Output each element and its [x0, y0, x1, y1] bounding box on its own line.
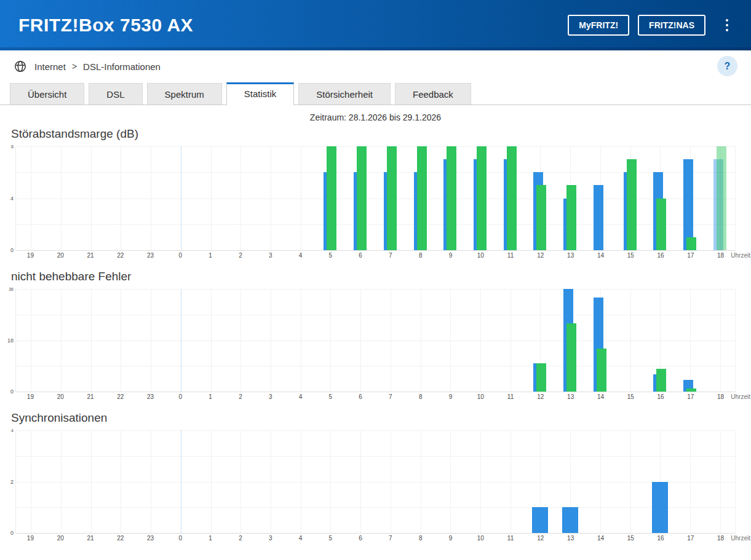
v-gridline [301, 146, 301, 250]
x-tick-label: 5 [329, 393, 333, 400]
chart-title: Störabstandsmarge (dB) [11, 127, 736, 141]
app-title: FRITZ!Box 7530 AX [18, 15, 568, 36]
tab-statistik[interactable]: Statistik [226, 82, 295, 105]
x-tick-label: 14 [597, 535, 604, 542]
x-tick-label: 22 [117, 252, 124, 259]
x-tick-label: 9 [449, 393, 453, 400]
v-gridline [450, 430, 451, 533]
tab-übersicht[interactable]: Übersicht [10, 83, 84, 105]
x-tick-label: 1 [209, 535, 212, 542]
x-axis: 19202122230123456789101112131415161718Uh… [15, 251, 736, 260]
x-tick-label: 0 [179, 252, 183, 259]
bar-green-hour-17 [686, 388, 696, 392]
breadcrumb: Internet > DSL-Informationen ? [0, 50, 751, 82]
help-button[interactable]: ? [717, 56, 737, 76]
x-tick-label: 12 [537, 535, 544, 542]
bar-green-hour-16 [656, 369, 666, 392]
tab-feedback[interactable]: Feedback [395, 83, 471, 105]
v-gridline [151, 430, 151, 533]
x-tick-label: 0 [179, 535, 183, 542]
tab-dsl[interactable]: DSL [89, 83, 142, 105]
breadcrumb-separator-icon: > [72, 61, 77, 71]
x-tick-label: 15 [627, 535, 634, 542]
y-tick-label: 2 [10, 479, 14, 484]
v-gridline [360, 289, 361, 392]
y-tick-label: 0 [10, 530, 14, 536]
kebab-menu-icon[interactable] [719, 16, 735, 34]
x-axis-caption: Uhrzeit [731, 252, 750, 259]
v-gridline [391, 430, 391, 533]
bar-green-hour-15 [627, 159, 637, 250]
y-tick-label: 4 [11, 428, 14, 433]
x-axis: 19202122230123456789101112131415161718Uh… [15, 534, 736, 543]
x-tick-label: 10 [477, 393, 484, 400]
midnight-gridline [181, 430, 181, 533]
x-tick-label: 2 [239, 535, 242, 542]
x-tick-label: 23 [147, 252, 154, 259]
globe-icon [14, 60, 27, 73]
bar-green-hour-8 [417, 146, 427, 250]
v-gridline [720, 430, 721, 533]
myfritz-button[interactable]: MyFRITZ! [568, 15, 629, 36]
x-tick-label: 11 [507, 535, 514, 542]
x-tick-label: 5 [329, 535, 333, 542]
v-gridline [61, 146, 62, 250]
x-tick-label: 20 [57, 393, 64, 400]
breadcrumb-item-internet[interactable]: Internet [34, 61, 66, 72]
bar-green-hour-10 [477, 146, 487, 250]
x-tick-label: 8 [419, 535, 423, 542]
x-tick-label: 8 [419, 252, 423, 259]
x-tick-label: 13 [567, 535, 574, 542]
x-tick-label: 22 [117, 535, 124, 542]
v-gridline [240, 146, 241, 250]
x-tick-label: 8 [419, 393, 423, 400]
chart-title: Synchronisationen [11, 411, 736, 425]
charts-area: Störabstandsmarge (dB)048192021222301234… [0, 127, 751, 543]
v-gridline [511, 289, 511, 392]
tab-bar: ÜbersichtDSLSpektrumStatistikStörsicherh… [0, 82, 751, 105]
v-gridline [31, 146, 31, 250]
v-gridline [271, 430, 271, 533]
tab-spektrum[interactable]: Spektrum [147, 83, 222, 105]
tab-störsicherheit[interactable]: Störsicherheit [298, 83, 391, 105]
chart-title: nicht behebbare Fehler [11, 270, 736, 283]
v-gridline [391, 289, 391, 392]
x-tick-label: 7 [389, 393, 392, 400]
bar-green-hour-11 [507, 146, 517, 250]
chart-störabstandsmarge-db: Störabstandsmarge (dB)048192021222301234… [0, 127, 751, 260]
v-gridline [480, 430, 481, 533]
v-gridline [630, 289, 631, 392]
x-tick-label: 13 [567, 393, 574, 400]
v-gridline [121, 430, 121, 533]
x-tick-label: 18 [717, 535, 724, 542]
v-gridline [91, 146, 92, 250]
v-gridline [271, 146, 271, 250]
midnight-gridline [181, 146, 181, 250]
fritznas-button[interactable]: FRITZ!NAS [638, 15, 705, 36]
v-gridline [330, 289, 331, 392]
v-gridline [690, 289, 691, 392]
h-gridline [16, 315, 735, 315]
y-tick-label: 0 [10, 389, 14, 395]
v-gridline [121, 146, 121, 250]
x-tick-label: 23 [147, 535, 154, 542]
bar-green-hour-12 [536, 185, 546, 250]
x-tick-label: 15 [627, 393, 634, 400]
v-gridline [421, 289, 421, 392]
bar-green-hour-16 [656, 199, 666, 251]
v-gridline [121, 289, 121, 392]
x-tick-label: 16 [657, 535, 664, 542]
x-tick-label: 21 [87, 393, 93, 400]
breadcrumb-item-current: DSL-Informationen [83, 61, 161, 72]
h-gridline [16, 341, 735, 341]
v-gridline [720, 289, 721, 392]
x-tick-label: 4 [299, 393, 303, 400]
bar-green-hour-5 [327, 146, 336, 250]
x-tick-label: 12 [537, 252, 544, 259]
v-gridline [301, 430, 301, 533]
bar-green-hour-7 [387, 146, 397, 250]
v-gridline [31, 289, 31, 392]
v-gridline [240, 289, 241, 392]
x-tick-label: 11 [507, 393, 514, 400]
bar-green-hour-9 [447, 146, 456, 250]
